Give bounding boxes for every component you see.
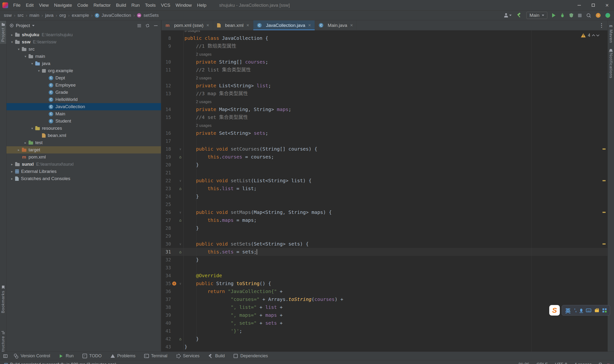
line-number[interactable]: 37 [161, 295, 171, 303]
line-number[interactable]: 36 [161, 287, 171, 295]
line-number[interactable]: 11 [161, 66, 171, 74]
chevron-down-icon[interactable]: ▾ [16, 47, 22, 51]
menu-file[interactable]: File [11, 0, 23, 11]
chevron-down-icon[interactable]: ▾ [36, 69, 42, 73]
code-line[interactable]: 32 } [161, 256, 608, 264]
code-line[interactable]: 25 [161, 200, 608, 208]
ime-grid-icon[interactable] [602, 308, 604, 310]
code-line[interactable]: 36 return "JavaCollection{" + [161, 287, 608, 295]
project-tree-row[interactable]: CJavaCollection [6, 103, 161, 110]
select-opened-file-icon[interactable] [10, 24, 13, 27]
project-tree-row[interactable]: ▾src [6, 46, 161, 53]
tool-stripe-project[interactable]: Project [0, 21, 6, 44]
project-tree-row[interactable]: CEmployee [6, 81, 161, 89]
menu-view[interactable]: View [36, 0, 51, 11]
breadcrumb-item[interactable]: CJavaCollection [95, 13, 131, 18]
project-tree-row[interactable]: CMain [6, 110, 161, 117]
chevron-down-icon[interactable]: ▾ [29, 126, 35, 130]
code-editor[interactable]: 5 usages8public class JavaCollection {9 … [161, 30, 608, 351]
chevron-down-icon[interactable]: ▾ [22, 54, 28, 58]
usages-inlay[interactable]: 2 usages [196, 76, 211, 80]
code-line[interactable]: 29 [161, 232, 608, 240]
project-tree-row[interactable]: ▾main [6, 53, 161, 60]
line-number[interactable]: 28 [161, 224, 171, 232]
line-number[interactable]: 27 [161, 216, 171, 224]
code-line[interactable]: 13 //3 map 集合类型属性 [161, 90, 608, 98]
fold-icon[interactable]: ∨ [179, 240, 181, 248]
coverage-button[interactable] [569, 13, 573, 17]
code-line[interactable]: 37 "courses=" + Arrays.toString(courses)… [161, 295, 608, 303]
menu-code[interactable]: Code [75, 0, 91, 11]
code-line[interactable]: 34 @Override [161, 272, 608, 280]
line-number[interactable]: 40 [161, 319, 171, 327]
run-button[interactable] [552, 13, 555, 17]
line-number[interactable]: 21 [161, 169, 171, 177]
fold-icon[interactable]: ∨ [179, 208, 181, 216]
code-line[interactable]: 41 '}'; [161, 327, 608, 335]
spring-bean-icon[interactable]: ⌂ [179, 185, 182, 193]
error-stripe-mark[interactable] [602, 212, 606, 213]
toolwindow-button-deps[interactable]: Dependencies [233, 353, 268, 359]
code-line[interactable]: 42⌂ } [161, 335, 608, 343]
line-number[interactable]: 16 [161, 129, 171, 137]
spring-bean-icon[interactable]: ⌂ [179, 216, 182, 224]
overriding-method-icon[interactable]: ↑ [172, 282, 176, 286]
line-separator[interactable]: CRLF [536, 362, 548, 364]
breadcrumb-item[interactable]: msetSets [137, 13, 158, 18]
code-line[interactable]: 43} [161, 343, 608, 351]
menu-vcs[interactable]: VCS [158, 0, 173, 11]
usages-inlay[interactable]: 2 usages [196, 100, 211, 104]
project-tree-row[interactable]: ▾org.example [6, 67, 161, 74]
file-encoding[interactable]: UTF-8 [555, 362, 567, 364]
chevron-down-icon[interactable] [32, 25, 35, 26]
code-line[interactable]: 12 private List<String> list; [161, 82, 608, 90]
line-number[interactable]: 43 [161, 343, 171, 351]
line-number[interactable]: 13 [161, 90, 171, 98]
toolwindow-button-problems[interactable]: Problems [110, 353, 135, 359]
next-problem-icon[interactable] [596, 33, 599, 37]
code-line[interactable]: 18∨ public void setCourses(String[] cour… [161, 145, 608, 153]
line-number[interactable]: 26 [161, 208, 171, 216]
code-line[interactable]: 10 private String[] courses; [161, 58, 608, 66]
project-tree-row[interactable]: CHelloWorld [6, 96, 161, 103]
line-number[interactable] [161, 50, 171, 58]
code-line[interactable]: 28 } [161, 224, 608, 232]
line-number[interactable]: 23 [161, 185, 171, 193]
toolwindow-button-services[interactable]: Services [176, 353, 199, 359]
line-number[interactable]: 18 [161, 145, 171, 153]
line-number[interactable]: 38 [161, 303, 171, 311]
code-line[interactable]: 26∨ public void setMaps(Map<String, Stri… [161, 208, 608, 216]
line-number[interactable]: 10 [161, 58, 171, 66]
editor-tab[interactable]: CJavaCollection.java× [253, 20, 315, 30]
breadcrumb-item[interactable]: src [17, 13, 24, 18]
chevron-right-icon[interactable]: ▸ [9, 33, 15, 37]
menu-navigate[interactable]: Navigate [51, 0, 75, 11]
breadcrumb-item[interactable]: example [72, 13, 89, 18]
code-line[interactable]: 21 [161, 169, 608, 177]
project-tree-row[interactable]: CGrade [6, 89, 161, 96]
code-line[interactable]: 31⌂ this.sets = sets; [161, 248, 608, 256]
build-project-icon[interactable] [516, 13, 522, 18]
fold-icon[interactable]: ∨ [179, 145, 181, 153]
toolwindow-button-vcs[interactable]: Version Control [14, 353, 50, 359]
search-everywhere-icon[interactable] [587, 13, 591, 18]
project-tree-row[interactable]: CDept [6, 74, 161, 81]
chevron-right-icon[interactable]: ▸ [9, 162, 15, 166]
spring-bean-icon[interactable]: ⌂ [179, 335, 182, 343]
close-tab-icon[interactable]: × [206, 23, 209, 28]
project-panel-title[interactable]: Project [16, 23, 30, 28]
line-number[interactable]: 29 [161, 232, 171, 240]
code-line[interactable]: 2 usages [161, 50, 608, 58]
line-number[interactable]: 12 [161, 82, 171, 90]
spring-bean-icon[interactable]: ⌂ [179, 248, 182, 256]
tab-options-icon[interactable]: ⋮ [596, 20, 608, 30]
editor-tab[interactable]: CMain.java× [315, 20, 357, 30]
menu-window[interactable]: Window [173, 0, 195, 11]
update-available-icon[interactable]: ↑ [596, 13, 601, 18]
maximize-button[interactable] [586, 0, 600, 11]
sogou-logo-icon[interactable]: S [549, 305, 560, 316]
line-number[interactable]: 32 [161, 256, 171, 264]
project-tree-row[interactable]: ▾java [6, 60, 161, 67]
chevron-right-icon[interactable]: ▸ [16, 148, 22, 152]
line-number[interactable] [161, 98, 171, 105]
